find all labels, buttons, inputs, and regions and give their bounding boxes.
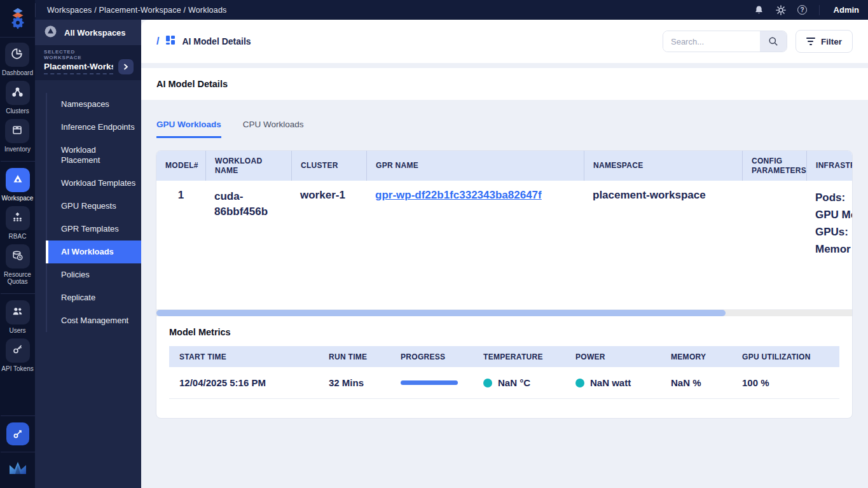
sidebar-item-replicate[interactable]: Replicate (46, 286, 141, 309)
rail-item-workspace[interactable]: Workspace (2, 168, 34, 202)
column-header-gpu-utilization: GPU UTILIZATION (732, 346, 841, 367)
infra-line-gpus: GPUs: (815, 223, 853, 241)
cell-model-num: 1 (156, 181, 205, 309)
all-workspaces-button[interactable]: All Workspaces (35, 20, 141, 45)
cluster-nodes-icon (11, 86, 24, 101)
table-row: 1 cuda-86bbf456b worker-1 gpr-wp-df22b1f… (156, 181, 852, 310)
sidebar-menu: Namespaces Inference Endpoints Workload … (46, 93, 141, 332)
sidebar-item-workload-templates[interactable]: Workload Templates (46, 172, 141, 195)
rail-divider (1, 161, 35, 162)
cell-gpu-utilization: 100 % (732, 367, 841, 398)
column-header-cluster: CLUSTER (291, 151, 366, 181)
power-status-dot (575, 379, 584, 387)
infra-line-pods: Pods: (815, 189, 853, 206)
gpr-name-link[interactable]: gpr-wp-df22b1fc332343ba82647f (375, 189, 542, 201)
sidebar-item-workload-placement[interactable]: Workload Placement (46, 139, 141, 172)
metrics-row: 12/04/2025 5:16 PM 32 Mins NaN °C NaN wa… (169, 367, 839, 399)
sidebar-item-gpu-requests[interactable]: GPU Requests (46, 195, 141, 218)
workspaces-circle-icon (44, 25, 57, 41)
column-header-progress: PROGRESS (390, 346, 473, 367)
selected-workspace-caption: SELECTED WORKSPACE (44, 49, 113, 60)
column-header-workload-name: WORKLOAD NAME (205, 151, 291, 181)
pie-chart-icon (11, 48, 24, 62)
rail-divider (1, 452, 35, 452)
icon-rail: Dashboard Clusters Inventory Workspace (0, 0, 35, 488)
workspace-sidebar: All Workspaces SELECTED WORKSPACE Placem… (35, 20, 141, 488)
cell-memory: NaN % (661, 367, 732, 398)
bell-icon[interactable] (754, 5, 764, 15)
column-header-model: MODEL# (156, 151, 205, 181)
sidebar-item-policies[interactable]: Policies (46, 263, 141, 286)
rail-item-inventory[interactable]: Inventory (4, 119, 31, 153)
scrollbar-thumb[interactable] (156, 310, 726, 316)
sidebar-item-namespaces[interactable]: Namespaces (46, 93, 141, 116)
rail-label: Clusters (6, 108, 29, 115)
column-header-namespace: NAMESPACE (584, 151, 742, 181)
people-gear-icon (11, 211, 24, 226)
topbar-divider (819, 5, 820, 15)
temperature-status-dot (483, 379, 492, 387)
breadcrumb-slash: / (156, 36, 159, 47)
selected-workspace-value: Placement-Works... (44, 62, 113, 74)
rail-item-clusters[interactable]: Clusters (6, 81, 30, 115)
sidebar-item-inference-endpoints[interactable]: Inference Endpoints (46, 116, 141, 139)
rail-item-rbac[interactable]: RBAC (6, 206, 30, 240)
cell-temperature: NaN °C (498, 377, 530, 388)
column-header-power: POWER (565, 346, 661, 367)
rail-item-resource-quotas[interactable]: Resource Quotas (1, 244, 34, 285)
rail-item-api-tokens[interactable]: API Tokens (1, 338, 33, 372)
column-header-infrastructure: INFRASTRUCTURE (806, 151, 853, 181)
title-band: AI Model Details (141, 68, 868, 100)
workload-tabs: GPU Workloads CPU Workloads (156, 120, 304, 138)
selected-workspace-block: SELECTED WORKSPACE Placement-Works... (35, 45, 141, 80)
search-input[interactable] (663, 31, 760, 52)
help-icon[interactable]: ? (797, 5, 808, 15)
all-workspaces-label: All Workspaces (64, 28, 126, 38)
rail-label: RBAC (9, 233, 27, 240)
admin-label[interactable]: Admin (834, 5, 859, 15)
breadcrumb[interactable]: Workspaces / Placement-Workspace / Workl… (47, 6, 227, 15)
cell-run-time: 32 Mins (319, 367, 390, 398)
infra-line-gpu-model: GPU Mo (815, 206, 853, 223)
rail-divider (1, 293, 35, 294)
column-header-memory: MEMORY (661, 346, 732, 367)
box-icon (11, 124, 23, 138)
cell-cluster: worker-1 (291, 181, 366, 309)
filter-button[interactable]: Filter (796, 30, 853, 53)
users-icon (11, 305, 24, 320)
page-breadcrumb: / AI Model Details (156, 35, 251, 48)
model-metrics-title: Model Metrics (169, 327, 839, 337)
column-header-gpr-name: GPR NAME (366, 151, 584, 181)
coins-clock-icon (11, 249, 24, 264)
cell-power: NaN watt (590, 377, 631, 388)
sidebar-item-gpr-templates[interactable]: GPR Templates (46, 218, 141, 241)
column-header-run-time: RUN TIME (319, 346, 390, 367)
filter-label: Filter (821, 37, 842, 46)
gear-icon[interactable] (776, 5, 786, 15)
metrics-table: START TIME RUN TIME PROGRESS TEMPERATURE… (169, 346, 839, 399)
rail-label: Inventory (4, 146, 31, 153)
workloads-table-header: MODEL# WORKLOAD NAME CLUSTER GPR NAME NA… (156, 151, 852, 181)
column-header-start-time: START TIME (169, 346, 319, 367)
chevron-right-icon[interactable] (118, 59, 134, 74)
tab-cpu-workloads[interactable]: CPU Workloads (243, 120, 304, 138)
search-icon[interactable] (760, 31, 787, 52)
cell-infrastructure: Pods: GPU Mo GPUs: Memor (806, 181, 853, 309)
rail-divider (1, 415, 35, 416)
cell-start-time: 12/04/2025 5:16 PM (169, 367, 319, 398)
crown-logo-icon (7, 460, 29, 479)
sidebar-item-cost-management[interactable]: Cost Management (46, 309, 141, 332)
progress-bar (401, 380, 458, 385)
tab-gpu-workloads[interactable]: GPU Workloads (156, 120, 221, 138)
grid-icon (165, 35, 176, 48)
model-metrics-section: Model Metrics START TIME RUN TIME PROGRE… (156, 316, 852, 399)
horizontal-scrollbar[interactable] (156, 310, 852, 316)
app-root: Dashboard Clusters Inventory Workspace (0, 0, 868, 488)
app-logo-icon[interactable] (0, 0, 35, 38)
rail-label: Users (9, 327, 25, 334)
cell-namespace: placement-workspace (584, 181, 742, 309)
rail-item-users[interactable]: Users (6, 300, 30, 334)
key-arrow-icon[interactable] (6, 422, 29, 445)
sidebar-item-ai-workloads[interactable]: AI Workloads (46, 241, 141, 263)
rail-item-dashboard[interactable]: Dashboard (2, 43, 33, 76)
